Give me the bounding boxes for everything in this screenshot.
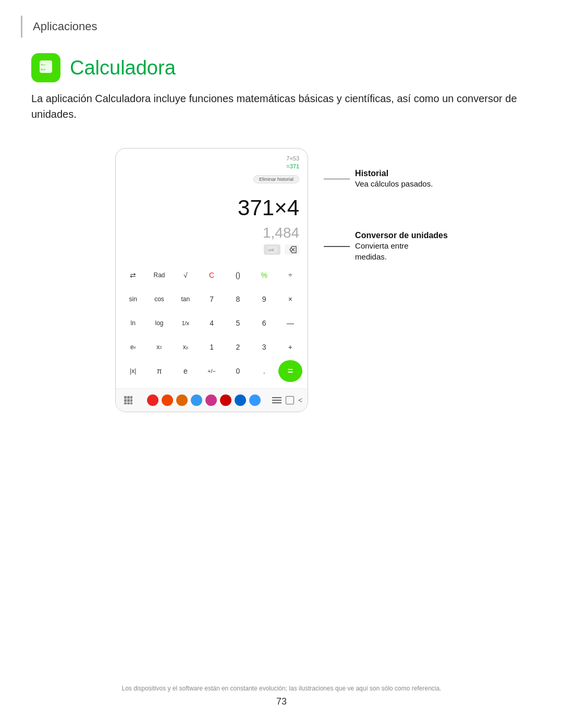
key-6[interactable]: 6 — [252, 312, 276, 334]
key-8[interactable]: 8 — [226, 288, 250, 310]
nav-app-icons — [147, 394, 261, 406]
key-clear[interactable]: C — [200, 264, 224, 286]
app-description: La aplicación Calculadora incluye funcio… — [0, 91, 563, 138]
unit-converter-icon[interactable]: unit — [264, 244, 280, 255]
key-square[interactable]: x2 — [147, 336, 171, 358]
svg-rect-13 — [130, 399, 132, 402]
app-title: Calculadora — [70, 57, 176, 79]
key-multiply[interactable]: × — [278, 288, 302, 310]
backspace-button[interactable] — [285, 244, 299, 255]
phone-mockup: 7×53 =371 Eliminar historial 371×4 1,484… — [115, 148, 308, 412]
key-3[interactable]: 3 — [252, 336, 276, 358]
keypad-row-1: ⇄ Rad √ C () % ÷ — [121, 264, 302, 286]
key-4[interactable]: 4 — [200, 312, 224, 334]
key-1[interactable]: 1 — [200, 336, 224, 358]
key-percent[interactable]: % — [252, 264, 276, 286]
key-subtract[interactable]: — — [278, 312, 302, 334]
app-title-section: +− ×÷ Calculadora — [0, 38, 563, 91]
svg-rect-16 — [130, 402, 132, 404]
annotation-conversor-text: Conversor de unidades Convierta entre me… — [355, 231, 448, 262]
unit-converter-row: unit — [116, 241, 308, 260]
annotation-historial-body: Vea cálculos pasados. — [355, 178, 433, 189]
footer-note: Los dispositivos y el software están en … — [0, 685, 563, 692]
key-sqrt[interactable]: √ — [174, 264, 198, 286]
key-cos[interactable]: cos — [147, 288, 171, 310]
key-0[interactable]: 0 — [226, 360, 250, 382]
page-footer: Los dispositivos y el software están en … — [0, 685, 563, 707]
nav-app-5[interactable] — [205, 394, 217, 406]
key-abs[interactable]: |x| — [121, 360, 145, 382]
key-2[interactable]: 2 — [226, 336, 250, 358]
key-e[interactable]: e — [174, 360, 198, 382]
keypad: ⇄ Rad √ C () % ÷ sin cos tan 7 8 9 × ln — [116, 260, 308, 388]
svg-text:×÷: ×÷ — [41, 67, 46, 72]
apps-button[interactable] — [121, 393, 136, 408]
nav-bar: < — [116, 388, 308, 412]
history-expression: 7×53 — [124, 155, 299, 163]
key-5[interactable]: 5 — [226, 312, 250, 334]
annotation-conversor: Conversor de unidades Convierta entre me… — [324, 231, 448, 262]
annotation-conversor-title: Conversor de unidades — [355, 231, 448, 240]
display-expression: 371×4 — [124, 195, 299, 220]
breadcrumb: Aplicaciones — [33, 16, 97, 38]
nav-app-6[interactable] — [220, 394, 231, 406]
nav-app-7[interactable] — [235, 394, 246, 406]
svg-text:unit: unit — [268, 248, 274, 252]
history-result: =371 — [124, 163, 299, 170]
svg-rect-9 — [127, 396, 130, 399]
annotation-historial-title: Historial — [355, 169, 433, 178]
key-7[interactable]: 7 — [200, 288, 224, 310]
nav-menu-icon[interactable] — [272, 397, 282, 403]
nav-app-2[interactable] — [162, 394, 173, 406]
key-pi[interactable]: π — [147, 360, 171, 382]
key-exp[interactable]: ex — [121, 336, 145, 358]
key-negate[interactable]: +/− — [200, 360, 224, 382]
nav-app-8[interactable] — [249, 394, 261, 406]
nav-app-4[interactable] — [191, 394, 202, 406]
annotation-historial: Historial Vea cálculos pasados. — [324, 169, 448, 189]
key-decimal[interactable]: . — [252, 360, 276, 382]
svg-rect-11 — [124, 399, 127, 402]
keypad-row-5: |x| π e +/− 0 . = — [121, 360, 302, 382]
nav-app-1[interactable] — [147, 394, 158, 406]
svg-rect-14 — [124, 402, 127, 404]
key-parens[interactable]: () — [226, 264, 250, 286]
annotation-conversor-body: Convierta entre medidas. — [355, 240, 438, 262]
display-result: 1,484 — [116, 223, 308, 241]
key-9[interactable]: 9 — [252, 288, 276, 310]
keypad-row-4: ex x2 xy 1 2 3 + — [121, 336, 302, 358]
key-power[interactable]: xy — [174, 336, 198, 358]
footer-page-number: 73 — [0, 696, 563, 707]
nav-square-icon[interactable] — [286, 396, 294, 404]
svg-rect-10 — [130, 396, 132, 399]
svg-text:+−: +− — [41, 63, 46, 67]
annotation-historial-text: Historial Vea cálculos pasados. — [355, 169, 433, 189]
calc-display: 371×4 — [116, 190, 308, 223]
annotations-panel: Historial Vea cálculos pasados. Converso… — [324, 148, 448, 262]
key-log[interactable]: log — [147, 312, 171, 334]
svg-rect-8 — [124, 396, 127, 399]
clear-history-button[interactable]: Eliminar historial — [253, 175, 299, 183]
key-rotate[interactable]: ⇄ — [121, 264, 145, 286]
key-rad[interactable]: Rad — [147, 264, 171, 286]
key-reciprocal[interactable]: 1/x — [174, 312, 198, 334]
svg-rect-12 — [127, 399, 130, 402]
key-tan[interactable]: tan — [174, 288, 198, 310]
key-ln[interactable]: ln — [121, 312, 145, 334]
keypad-row-3: ln log 1/x 4 5 6 — — [121, 312, 302, 334]
key-add[interactable]: + — [278, 336, 302, 358]
key-sin[interactable]: sin — [121, 288, 145, 310]
key-equals[interactable]: = — [278, 360, 302, 382]
key-divide[interactable]: ÷ — [278, 264, 302, 286]
svg-rect-15 — [127, 402, 130, 404]
nav-back-icon[interactable]: < — [298, 396, 302, 404]
app-icon: +− ×÷ — [31, 53, 60, 82]
main-content: 7×53 =371 Eliminar historial 371×4 1,484… — [0, 138, 563, 423]
nav-system-buttons: < — [272, 396, 302, 404]
nav-app-3[interactable] — [176, 394, 188, 406]
calc-history-section: 7×53 =371 Eliminar historial — [116, 149, 308, 190]
keypad-row-2: sin cos tan 7 8 9 × — [121, 288, 302, 310]
